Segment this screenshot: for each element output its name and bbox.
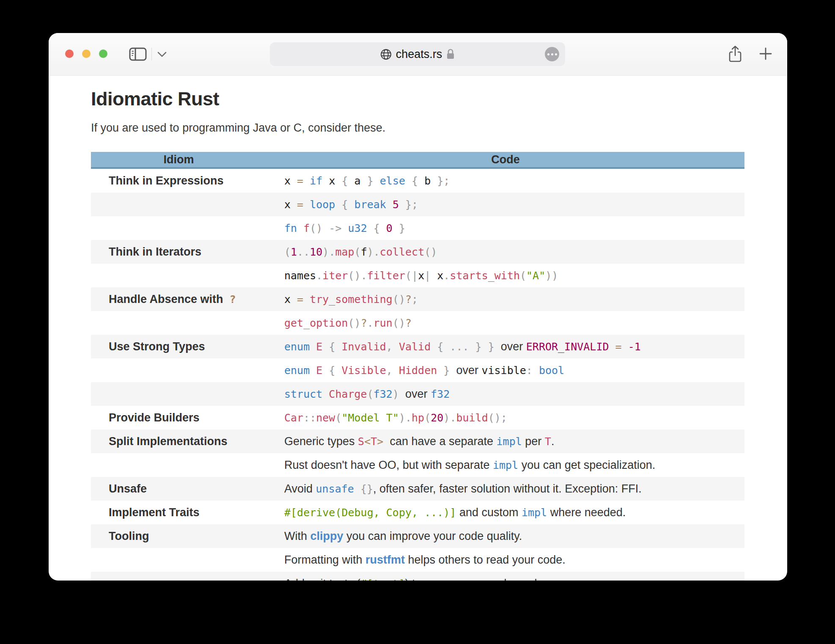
chevron-down-icon[interactable] — [157, 52, 167, 58]
idiom-cell — [91, 216, 266, 240]
code-token: x — [284, 293, 297, 305]
code-token: ). — [322, 246, 335, 258]
code-token: a — [354, 175, 367, 187]
code-token: < — [364, 435, 371, 448]
code-token: With — [284, 530, 310, 542]
code-cell: Car::new("Model T").hp(20).build(); — [266, 406, 744, 429]
code-token: 10 — [310, 246, 322, 258]
code-token: () — [348, 317, 361, 329]
code-cell: x = if x { a } else { b }; — [266, 168, 744, 193]
code-token: ) to ensure your code works. — [405, 577, 549, 581]
table-row: Implement Traits#[derive(Debug, Copy, ..… — [91, 501, 744, 524]
table-row: Rust doesn't have OO, but with separate … — [91, 453, 744, 477]
browser-toolbar: cheats.rs — [49, 33, 787, 76]
code-cell: enum E { Visible, Hidden } over visible:… — [266, 358, 744, 382]
code-token: -> — [329, 222, 348, 234]
code-token: try_something — [310, 293, 393, 305]
idiom-label: Think in Iterators — [109, 245, 201, 258]
idiom-cell — [91, 358, 266, 382]
link-rustfmt[interactable]: rustfmt — [365, 553, 405, 566]
minimize-button[interactable] — [82, 50, 91, 58]
code-token: (); — [488, 412, 507, 424]
idiom-cell — [91, 311, 266, 335]
code-token: , often safer, faster solution without i… — [373, 482, 642, 495]
idiom-label: Tooling — [109, 530, 149, 542]
close-button[interactable] — [65, 50, 74, 58]
code-token: fn — [284, 222, 303, 234]
intro-text: If you are used to programming Java or C… — [91, 119, 745, 136]
column-header-code: Code — [266, 152, 744, 168]
code-token: ERROR_INVALID — [526, 341, 615, 353]
table-row: Provide BuildersCar::new("Model T").hp(2… — [91, 406, 744, 429]
idiom-label: Split Implementations — [109, 435, 228, 448]
page-content: Idiomatic Rust If you are used to progra… — [49, 75, 787, 581]
idiom-cell: Think in Expressions — [91, 168, 266, 193]
code-token: () — [393, 293, 405, 305]
code-token: { — [341, 198, 354, 211]
code-cell: Generic types S<T> can have a separate i… — [266, 429, 744, 453]
table-row: Use Strong Typesenum E { Invalid, Valid … — [91, 335, 744, 358]
code-token: . — [551, 435, 555, 448]
code-token: {} — [360, 483, 373, 495]
address-bar[interactable]: cheats.rs — [270, 42, 565, 66]
code-token: Valid — [399, 341, 437, 353]
code-token: S — [358, 435, 364, 448]
code-cell: Avoid unsafe {}, often safer, faster sol… — [266, 477, 744, 501]
share-icon[interactable] — [728, 45, 742, 63]
code-token: map — [335, 246, 354, 258]
code-token: Hidden — [399, 364, 443, 377]
code-token: { ... } } — [437, 341, 501, 353]
code-token: () — [310, 222, 329, 234]
code-token: over — [405, 388, 431, 400]
code-token: 0 — [386, 222, 399, 234]
code-token: E — [316, 364, 329, 377]
code-token: where needed. — [547, 506, 626, 519]
code-token: over — [456, 364, 481, 377]
sidebar-toggle-icon[interactable] — [129, 47, 147, 61]
link-clippy[interactable]: clippy — [310, 530, 343, 542]
code-token: impl — [522, 506, 547, 519]
code-cell: x = loop { break 5 }; — [266, 193, 744, 216]
code-token: ( — [335, 412, 341, 424]
code-token: }; — [437, 175, 450, 187]
code-cell: Add unit tests (#[test]) to ensure your … — [266, 572, 744, 581]
code-token: f — [303, 222, 310, 234]
fullscreen-button[interactable] — [99, 50, 107, 58]
idiom-cell: Split Implementations — [91, 429, 266, 453]
code-token: filter — [367, 270, 405, 282]
code-token: ? — [361, 317, 367, 329]
code-token: { — [374, 222, 386, 234]
code-token: ). — [443, 412, 456, 424]
browser-window: cheats.rs Idiomatic Rust If you are used… — [49, 33, 787, 581]
new-tab-icon[interactable] — [759, 47, 772, 61]
code-token: ). — [399, 412, 412, 424]
code-token: build — [456, 412, 488, 424]
code-token: enum — [284, 364, 316, 377]
code-token: f32 — [374, 388, 393, 400]
page-settings-button[interactable] — [545, 47, 559, 61]
code-token: x — [284, 198, 297, 211]
code-cell: #[derive(Debug, Copy, ...)] and custom i… — [266, 501, 744, 524]
code-token: > — [377, 435, 390, 448]
code-token: = — [297, 198, 310, 211]
code-token: (). — [348, 270, 367, 282]
code-token: ( — [367, 388, 374, 400]
code-token: } — [367, 175, 380, 187]
table-row: fn f() -> u32 { 0 } — [91, 216, 744, 240]
code-cell: enum E { Invalid, Valid { ... } } over E… — [266, 335, 744, 358]
code-token: ( — [284, 246, 291, 258]
idiom-cell: Implement Traits — [91, 501, 266, 524]
code-token: Charge — [329, 388, 367, 400]
code-token: #[derive(Debug, Copy, ...)] — [284, 506, 456, 519]
idiom-cell: Think in Iterators — [91, 240, 266, 264]
code-cell: With clippy you can improve your code qu… — [266, 524, 744, 548]
code-token: Avoid — [284, 482, 316, 495]
code-token: (| — [405, 270, 418, 282]
idiom-cell — [91, 572, 266, 581]
code-token: T — [371, 435, 377, 448]
code-token: Add unit tests ( — [284, 577, 360, 581]
code-token: .. — [297, 246, 310, 258]
code-token: b — [424, 175, 437, 187]
code-token: ? — [405, 293, 412, 305]
code-token: { — [329, 341, 341, 353]
